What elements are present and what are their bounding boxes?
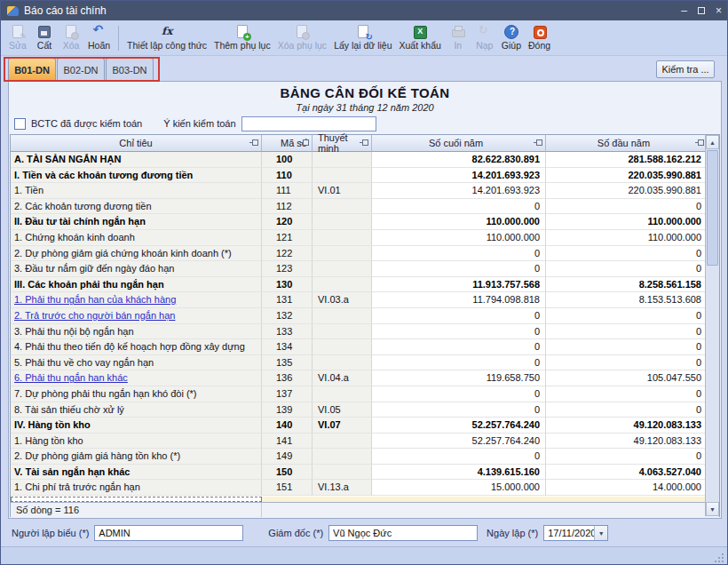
cell-label: 1. Chi phí trả trước ngắn hạn bbox=[11, 480, 262, 496]
delete-icon bbox=[63, 25, 79, 39]
cell-end-year: 0 bbox=[372, 199, 546, 215]
audited-checkbox-label: BCTC đã được kiểm toán bbox=[31, 118, 142, 129]
close-icon[interactable]: × bbox=[716, 1, 722, 20]
director-input[interactable] bbox=[328, 525, 478, 541]
audit-opinion-input[interactable] bbox=[241, 116, 376, 131]
pin-icon[interactable] bbox=[362, 139, 368, 146]
audited-checkbox[interactable] bbox=[14, 118, 26, 130]
toolbar-button-label: Đóng bbox=[528, 40, 550, 51]
scrollbar-thumb[interactable] bbox=[707, 150, 718, 266]
table-row[interactable]: 1. Chi phí trả trước ngắn hạn151VI.13.a1… bbox=[11, 480, 719, 496]
table-row[interactable]: V. Tài sản ngắn hạn khác1504.139.615.160… bbox=[11, 465, 719, 481]
table-row[interactable]: A. TÀI SẢN NGẮN HẠN10082.622.830.891281.… bbox=[11, 152, 719, 168]
report-title: BẢNG CÂN ĐỐI KẾ TOÁN bbox=[9, 85, 721, 100]
toolbar-button-formula[interactable]: Thiết lập công thức bbox=[123, 21, 210, 55]
table-row[interactable]: 2. Dự phòng giảm giá chứng khoán kinh do… bbox=[11, 246, 719, 262]
date-picker[interactable]: 17/11/2020 ▼ bbox=[543, 525, 608, 541]
table-row[interactable]: IV. Hàng tồn kho140VI.0752.257.764.24049… bbox=[11, 418, 719, 434]
table-row[interactable]: 5. Phải thu về cho vay ngắn hạn13500 bbox=[11, 355, 719, 371]
cell-end-year: 14.201.693.923 bbox=[372, 183, 546, 199]
table-row[interactable]: 1. Hàng tồn kho14152.257.764.24049.120.0… bbox=[11, 434, 719, 450]
cell-code: 135 bbox=[262, 355, 313, 371]
cell-code: 134 bbox=[262, 339, 313, 355]
pin-icon[interactable] bbox=[303, 139, 309, 146]
table-row[interactable]: I. Tiền và các khoản tương đương tiền110… bbox=[11, 168, 719, 184]
status-bar bbox=[1, 546, 727, 565]
column-header-5[interactable]: Số đầu năm bbox=[546, 135, 707, 152]
pin-icon[interactable] bbox=[252, 139, 258, 146]
pin-icon[interactable] bbox=[698, 139, 704, 146]
close-icon bbox=[532, 25, 548, 39]
cell-label: 3. Phải thu nội bộ ngắn hạn bbox=[11, 324, 262, 340]
cell-end-year: 0 bbox=[372, 324, 546, 340]
cell-end-year: 0 bbox=[372, 308, 546, 324]
toolbar-button-label: Xóa bbox=[63, 40, 80, 51]
table-row[interactable]: 1. Chứng khoán kinh doanh121110.000.0001… bbox=[11, 230, 719, 246]
table-row[interactable]: 2. Các khoản tương đương tiền11200 bbox=[11, 199, 719, 215]
cell-note: VI.03.a bbox=[313, 292, 372, 308]
cell-code: 131 bbox=[262, 292, 313, 308]
cell-begin-year: 0 bbox=[546, 261, 707, 277]
table-row[interactable]: 8. Tài sản thiếu chờ xử lý139VI.0500 bbox=[11, 402, 719, 418]
preparer-input[interactable] bbox=[94, 525, 243, 541]
column-header-4[interactable]: Số cuối năm bbox=[372, 135, 546, 152]
scroll-down-icon[interactable]: ▼ bbox=[706, 502, 719, 516]
cell-end-year: 14.201.693.923 bbox=[372, 168, 546, 184]
table-row[interactable]: 2. Dự phòng giảm giá hàng tồn kho (*)149… bbox=[11, 449, 719, 465]
tab-b02-dn[interactable]: B02-DN bbox=[57, 58, 105, 81]
table-row[interactable]: 3. Đầu tư nắm giữ đến ngày đáo hạn12300 bbox=[11, 261, 719, 277]
toolbar-button-help[interactable]: Giúp bbox=[498, 21, 525, 55]
toolbar-button-undo[interactable]: Hoãn bbox=[84, 21, 114, 55]
table-row[interactable]: II. Đầu tư tài chính ngắn hạn120110.000.… bbox=[11, 214, 719, 230]
table-row[interactable]: 4. Phải thu theo tiến độ kế hoạch hợp đồ… bbox=[11, 339, 719, 355]
cell-label: 2. Dự phòng giảm giá chứng khoán kinh do… bbox=[11, 246, 262, 262]
toolbar-button-close[interactable]: Đóng bbox=[525, 21, 554, 55]
minimize-icon[interactable]: – bbox=[681, 1, 687, 20]
cell-label[interactable]: 2. Trả trước cho người bán ngắn hạn bbox=[11, 308, 262, 324]
cell-code: 150 bbox=[262, 465, 313, 481]
toolbar-button-reload-data[interactable]: Lấy lại dữ liệu bbox=[330, 21, 395, 55]
cell-note bbox=[313, 434, 372, 450]
table-row[interactable]: 2. Trả trước cho người bán ngắn hạn13200 bbox=[11, 308, 719, 324]
cell-end-year: 0 bbox=[372, 355, 546, 371]
column-header-2[interactable]: Mã số bbox=[262, 135, 313, 152]
check-button[interactable]: Kiểm tra ... bbox=[656, 60, 715, 78]
pin-icon[interactable] bbox=[536, 139, 542, 146]
maximize-icon[interactable] bbox=[698, 7, 705, 14]
toolbar-button-label: Thêm phụ lục bbox=[214, 40, 271, 51]
vertical-scrollbar[interactable]: ▲ ▼ bbox=[705, 135, 719, 516]
cell-label[interactable]: 1. Phải thu ngắn hạn của khách hàng bbox=[11, 292, 262, 308]
cell-begin-year: 8.153.513.608 bbox=[546, 292, 707, 308]
toolbar-button-save[interactable]: Cất bbox=[31, 21, 58, 55]
cell-end-year: 0 bbox=[372, 402, 546, 418]
table-row[interactable]: 6. Phải thu ngắn hạn khác136VI.04.a119.6… bbox=[11, 370, 719, 386]
chevron-down-icon[interactable]: ▼ bbox=[594, 526, 607, 540]
toolbar-button-export[interactable]: Xuất khẩu bbox=[396, 21, 445, 55]
table-row[interactable]: III. Các khoản phải thu ngắn hạn13011.91… bbox=[11, 277, 719, 293]
app-window: Báo cáo tài chính – × SửaCấtXóaHoãnThiết… bbox=[0, 0, 728, 565]
cell-begin-year: 0 bbox=[546, 324, 707, 340]
cell-end-year: 15.000.000 bbox=[372, 480, 546, 496]
cell-end-year: 82.622.830.891 bbox=[372, 152, 546, 168]
resize-grip[interactable] bbox=[715, 553, 724, 562]
tab-b03-dn[interactable]: B03-DN bbox=[106, 58, 154, 81]
table-row[interactable]: 3. Phải thu nội bộ ngắn hạn13300 bbox=[11, 324, 719, 340]
cell-note: VI.04.a bbox=[313, 370, 372, 386]
column-header-3[interactable]: Thuyết minh bbox=[313, 135, 372, 152]
table-row[interactable]: 1. Phải thu ngắn hạn của khách hàng131VI… bbox=[11, 292, 719, 308]
toolbar-button-add-appendix[interactable]: Thêm phụ lục bbox=[210, 21, 274, 55]
cell-note bbox=[313, 324, 372, 340]
partially-visible-row[interactable] bbox=[11, 497, 719, 502]
cell-begin-year: 4.063.527.040 bbox=[546, 465, 707, 481]
tab-b01-dn[interactable]: B01-DN bbox=[8, 58, 56, 81]
column-header-1[interactable]: Chỉ tiêu bbox=[11, 135, 262, 152]
cell-note bbox=[313, 449, 372, 465]
cell-label[interactable]: 6. Phải thu ngắn hạn khác bbox=[11, 370, 262, 386]
director-label: Giám đốc (*) bbox=[268, 528, 323, 538]
cell-begin-year: 0 bbox=[546, 339, 707, 355]
scroll-up-icon[interactable]: ▲ bbox=[706, 135, 719, 149]
table-row[interactable]: 1. Tiền111VI.0114.201.693.923220.035.990… bbox=[11, 183, 719, 199]
toolbar-button-label: Sửa bbox=[9, 40, 27, 51]
grid-footer: Số dòng = 116 bbox=[11, 502, 719, 517]
table-row[interactable]: 7. Dự phòng phải thu ngắn hạn khó đòi (*… bbox=[11, 386, 719, 402]
